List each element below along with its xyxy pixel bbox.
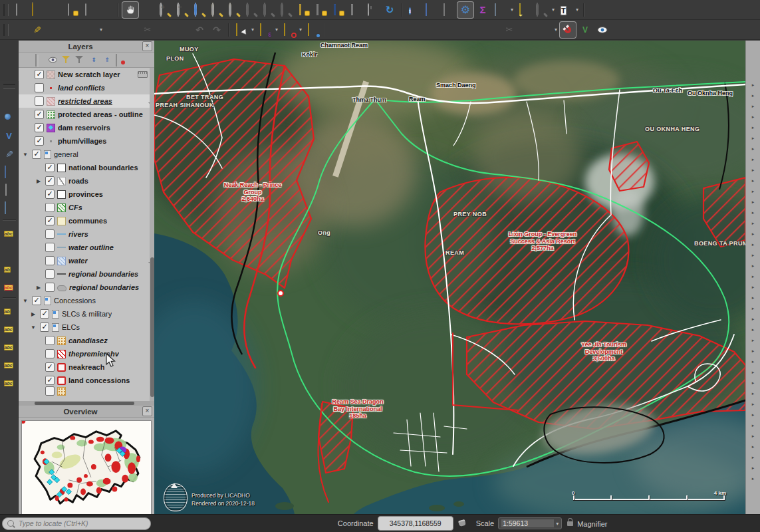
- layer-row-regional-boundaries-poly[interactable]: ▶ ✓ regional boundaries: [19, 281, 154, 294]
- label-callouts-button[interactable]: ab: [1, 260, 17, 276]
- zoom-full-button[interactable]: [191, 2, 207, 18]
- extents-icon[interactable]: [457, 517, 469, 529]
- layer-row-communes[interactable]: ✓ communes: [19, 214, 154, 227]
- rotate-label-button[interactable]: abc: [1, 356, 17, 372]
- new-project-button[interactable]: [12, 2, 28, 18]
- layer-checkbox[interactable]: ✓: [45, 256, 55, 265]
- expander-icon[interactable]: ▼: [29, 325, 37, 331]
- layer-row-canadiasez[interactable]: ✓ canadiasez: [19, 334, 154, 347]
- layer-row-new-scratch-layer[interactable]: ✓ New scratch layer: [19, 68, 154, 81]
- layers-horizontal-scrollbar[interactable]: [19, 401, 154, 406]
- temporal-controller-button[interactable]: [364, 2, 380, 18]
- layer-row-water[interactable]: ✓ water: [19, 254, 154, 267]
- layer-checkbox[interactable]: ✓: [45, 229, 55, 239]
- lock-scale-icon[interactable]: [567, 521, 573, 526]
- layer-checkbox[interactable]: ✓: [45, 283, 55, 292]
- scale-combobox[interactable]: 1:59613 ▾: [498, 517, 562, 529]
- layer-row-dam-reservoirs[interactable]: ✓ dam reservoirs: [19, 121, 154, 134]
- right-panel-strip[interactable]: ▸▸▸▸▸▸▸▸▸▸▸▸▸▸▸▸▸▸▸▸▸▸▸▸▸▸▸▸▸▸▸▸▸▸▸▸▸▸: [745, 41, 760, 514]
- new-spatial-bookmark-button[interactable]: [295, 2, 311, 18]
- layer-checkbox[interactable]: ✓: [35, 136, 44, 146]
- add-mesh-layer-button[interactable]: [1, 164, 17, 180]
- layer-row-restricted-areas[interactable]: ✓ restricted areas: [19, 94, 154, 108]
- add-group-button[interactable]: [35, 55, 45, 65]
- scrollbar-thumb[interactable]: [150, 257, 154, 397]
- layer-checkbox[interactable]: ✓: [35, 110, 44, 119]
- zoom-in-button[interactable]: +: [157, 2, 173, 18]
- layer-row-protected-areas[interactable]: ✓ protected areas - outline: [19, 108, 154, 121]
- zoom-to-layer-button[interactable]: [226, 2, 242, 18]
- layers-vertical-scrollbar[interactable]: [150, 68, 154, 401]
- pan-map-button[interactable]: [122, 2, 138, 18]
- layer-checkbox[interactable]: ✓: [35, 83, 44, 92]
- magnifier-dropdown[interactable]: ▾: [551, 2, 556, 18]
- zoom-out-button[interactable]: −: [174, 2, 190, 18]
- layer-row-partial[interactable]: ✓: [19, 387, 154, 395]
- layer-row-national-boundaries[interactable]: ✓ national boundaries: [19, 161, 154, 174]
- toolbar-handle[interactable]: [3, 84, 15, 89]
- close-icon[interactable]: ×: [142, 406, 152, 416]
- new-print-layout-button[interactable]: [64, 2, 80, 18]
- select-by-form-button[interactable]: [305, 22, 320, 38]
- pan-to-selection-button[interactable]: [140, 2, 156, 18]
- layer-row-provinces[interactable]: ✓ provinces: [19, 188, 154, 201]
- layer-checkbox[interactable]: ✓: [45, 176, 55, 186]
- locator-box[interactable]: [2, 517, 151, 530]
- measure-line-button[interactable]: [492, 2, 508, 18]
- layer-row-rivers[interactable]: ✓ rivers: [19, 227, 154, 241]
- map-tips-button[interactable]: [516, 2, 532, 18]
- show-bookmarks-button[interactable]: [313, 2, 328, 18]
- refresh-map-button[interactable]: ↻: [382, 2, 398, 18]
- collapse-all-button[interactable]: ⇑: [101, 55, 112, 65]
- expand-all-button[interactable]: ⇕: [88, 55, 98, 65]
- identify-features-button[interactable]: i: [406, 2, 422, 18]
- new-shapefile-layer-button[interactable]: ✎: [1, 146, 17, 162]
- layer-diagram-options-button[interactable]: [1, 242, 17, 258]
- measure-dropdown[interactable]: ▾: [509, 2, 515, 18]
- save-project-button[interactable]: [47, 2, 63, 18]
- open-attribute-table-button[interactable]: [423, 2, 439, 18]
- text-annotation-button[interactable]: T: [557, 2, 573, 18]
- layer-checkbox[interactable]: ✓: [45, 243, 55, 252]
- filter-legend-button[interactable]: [61, 55, 72, 65]
- add-vector-layer-button[interactable]: V: [1, 128, 17, 144]
- filter-legend-expression-button[interactable]: [74, 55, 85, 65]
- snapping-button[interactable]: [560, 22, 576, 38]
- new-bookmark-blue-button[interactable]: [330, 2, 346, 18]
- layer-checkbox[interactable]: ✓: [45, 376, 55, 385]
- field-calculator-button[interactable]: [440, 2, 456, 18]
- layer-checkbox[interactable]: ✓: [45, 362, 55, 372]
- group-row-slcs-military[interactable]: ▶ ✓ SLCs & military: [19, 307, 154, 321]
- layer-row-water-outline[interactable]: ✓ water outline: [19, 241, 154, 254]
- add-database-layer-button[interactable]: [1, 200, 17, 216]
- label-mask-button[interactable]: abc: [1, 278, 17, 294]
- layer-row-thepremiershv[interactable]: ✓ thepremiershv: [19, 347, 154, 360]
- layer-row-phum-villages[interactable]: ✓ phum/villages: [19, 134, 154, 148]
- layer-row-regional-boundaries-line[interactable]: ✓ regional boundaries: [19, 267, 154, 281]
- annotation-dropdown[interactable]: ▾: [574, 2, 580, 18]
- locator-input[interactable]: [17, 519, 146, 528]
- pin-labels-button[interactable]: ab: [1, 302, 17, 318]
- group-row-general[interactable]: ▼ ✓ general: [19, 148, 154, 161]
- expander-icon[interactable]: ▶: [35, 285, 43, 291]
- add-raster-layer-button[interactable]: [1, 110, 17, 126]
- statistical-summary-button[interactable]: Σ: [475, 2, 491, 18]
- layer-row-cfs[interactable]: ✓ CFs: [19, 201, 154, 214]
- close-icon[interactable]: ×: [142, 41, 152, 51]
- show-layout-manager-button[interactable]: [81, 2, 97, 18]
- data-source-manager-button[interactable]: [1, 92, 17, 108]
- group-row-elcs[interactable]: ▼ ✓ ELCs: [19, 321, 154, 334]
- select-by-expression-button[interactable]: [257, 22, 273, 38]
- processing-toolbox-button[interactable]: ⚙: [457, 2, 473, 18]
- open-project-button[interactable]: [29, 2, 45, 18]
- layer-row-land-conflicts[interactable]: ✓ land conflicts: [19, 81, 154, 94]
- expander-icon[interactable]: ▼: [21, 152, 29, 158]
- layer-checkbox[interactable]: ✓: [45, 349, 55, 358]
- layer-labeling-options-button[interactable]: abc: [1, 224, 17, 240]
- layer-checkbox[interactable]: ✓: [35, 96, 44, 106]
- expander-icon[interactable]: ▶: [35, 178, 43, 184]
- expander-icon[interactable]: ▼: [21, 298, 29, 304]
- layer-checkbox[interactable]: ✓: [45, 203, 55, 212]
- add-feature-dropdown[interactable]: ▾: [98, 22, 104, 38]
- layer-checkbox[interactable]: ✓: [45, 269, 55, 279]
